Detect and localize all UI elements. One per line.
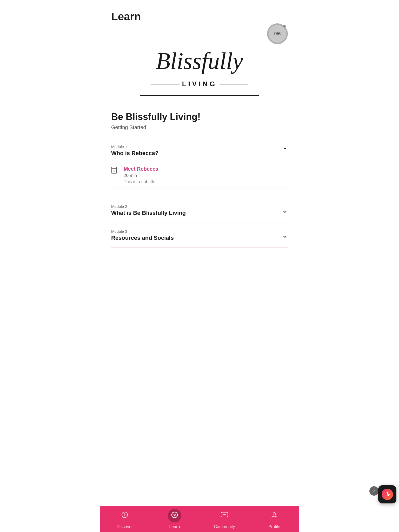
module-2-info: Module 2 What is Be Blissfully Living [111, 204, 186, 216]
module-1-info: Module 1 Who is Rebecca? [111, 144, 158, 157]
compass-icon [121, 511, 128, 520]
progress-circle-container: 0/6 [267, 23, 288, 44]
lesson-duration-meet-rebecca: 20 min [124, 173, 288, 178]
module-2-chevron-down-icon: ⌄ [282, 206, 288, 215]
logo-box: Blissfully LIVING [140, 36, 259, 96]
logo-svg: Blissfully [148, 42, 251, 78]
lesson-item-meet-rebecca[interactable]: Meet Rebecca 20 min This is a subtitle [111, 162, 288, 189]
svg-point-14 [225, 514, 226, 515]
progress-circle-inner: 0/6 [269, 25, 286, 43]
module-3-chevron-down-icon: ⌄ [282, 231, 288, 240]
svg-point-13 [224, 514, 225, 515]
module-1-header[interactable]: Module 1 Who is Rebecca? ⌃ [111, 144, 288, 157]
nav-icon-wrapper-profile [268, 509, 281, 522]
nav-item-learn[interactable]: Learn [150, 506, 200, 532]
nav-icon-wrapper-discover [118, 509, 131, 522]
bottom-nav: Discover Learn Co [100, 506, 299, 532]
svg-text:Blissfully: Blissfully [156, 48, 243, 74]
module-1-name: Who is Rebecca? [111, 150, 158, 157]
course-subtitle: Getting Started [111, 124, 288, 130]
module-3-label: Module 3 [111, 229, 174, 234]
course-title: Be Blissfully Living! [111, 111, 288, 122]
lesson-subtitle-meet-rebecca: This is a subtitle [124, 179, 288, 184]
page-title: Learn [111, 10, 288, 23]
logo-divider-line-left [151, 84, 179, 84]
module-2-header[interactable]: Module 2 What is Be Blissfully Living ⌄ [111, 204, 288, 216]
svg-marker-7 [124, 515, 125, 517]
nav-label-community: Community [214, 524, 235, 529]
lesson-title-meet-rebecca: Meet Rebecca [124, 166, 288, 172]
svg-marker-6 [124, 513, 125, 515]
module-3-info: Module 3 Resources and Socials [111, 229, 174, 241]
module-3-header[interactable]: Module 3 Resources and Socials ⌄ [111, 229, 288, 241]
nav-label-discover: Discover [117, 524, 133, 529]
svg-point-12 [223, 514, 224, 515]
nav-label-learn: Learn [169, 524, 180, 529]
nav-item-profile[interactable]: Profile [249, 506, 299, 532]
module-1-content: Meet Rebecca 20 min This is a subtitle [111, 157, 288, 191]
nav-item-discover[interactable]: Discover [100, 506, 150, 532]
module-2-name: What is Be Blissfully Living [111, 210, 186, 216]
nav-icon-wrapper-community [218, 509, 231, 522]
module-list: Module 1 Who is Rebecca? ⌃ [111, 138, 288, 248]
module-item-1: Module 1 Who is Rebecca? ⌃ [111, 138, 288, 198]
nav-icon-wrapper-learn [168, 509, 181, 522]
module-item-3: Module 3 Resources and Socials ⌄ [111, 223, 288, 248]
book-icon [111, 167, 119, 176]
nav-item-community[interactable]: Community [200, 506, 249, 532]
logo-divider-line-right [220, 84, 248, 84]
module-1-label: Module 1 [111, 144, 158, 149]
logo-living: LIVING [182, 80, 217, 88]
profile-icon [271, 511, 278, 520]
learn-icon [171, 511, 178, 520]
progress-dot [283, 25, 286, 28]
course-section: Be Blissfully Living! Getting Started Mo… [100, 111, 299, 253]
module-2-label: Module 2 [111, 204, 186, 209]
svg-point-10 [174, 514, 175, 515]
module-3-name: Resources and Socials [111, 235, 174, 241]
nav-label-profile: Profile [268, 524, 280, 529]
module-item-2: Module 2 What is Be Blissfully Living ⌄ [111, 198, 288, 223]
community-icon [221, 511, 228, 520]
svg-point-15 [273, 513, 276, 515]
logo-divider: LIVING [151, 80, 248, 88]
progress-text: 0/6 [274, 31, 281, 37]
lesson-info-meet-rebecca: Meet Rebecca 20 min This is a subtitle [124, 166, 288, 184]
module-1-chevron-up-icon: ⌃ [282, 146, 288, 155]
progress-circle: 0/6 [267, 23, 288, 44]
